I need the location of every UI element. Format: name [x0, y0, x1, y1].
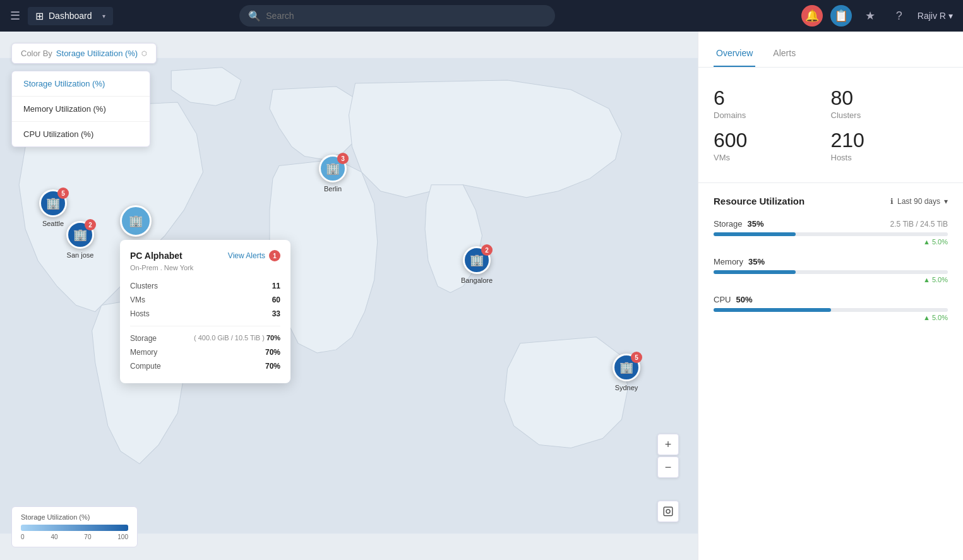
pin-sydney[interactable]: 5 🏢 Sydney [613, 354, 640, 391]
cpu-header: CPU 50% [714, 295, 948, 304]
calendar-button[interactable]: 📋 [830, 5, 852, 27]
pin-san-jose[interactable]: 2 🏢 San jose [66, 221, 94, 259]
svg-rect-1 [664, 507, 673, 516]
pin-circle-bangalore: 2 🏢 [463, 246, 491, 274]
memory-value: 70% [265, 348, 280, 357]
pin-seattle[interactable]: 5 🏢 Seattle [39, 189, 67, 227]
pin-circle-sydney: 5 🏢 [613, 354, 640, 381]
popup-header: PC Alphabet View Alerts 1 [130, 250, 280, 261]
resource-section: Resource Utilization ℹ Last 90 days ▾ St… [698, 183, 963, 345]
brand-label: Dashboard [49, 11, 92, 21]
vms-value: 600 [714, 130, 831, 150]
storage-bar [714, 232, 948, 236]
color-by-bar: Color By Storage Utilization (%) ⬡ Stora… [11, 43, 157, 64]
popup-row-hosts: Hosts 33 [130, 307, 280, 321]
help-button[interactable]: ? [888, 5, 910, 27]
memory-name: Memory [714, 257, 743, 266]
dashboard-brand[interactable]: ⊞ Dashboard ▾ [28, 7, 113, 25]
cpu-delta: ▲ 5.0% [923, 314, 948, 321]
map-area: Color By Storage Utilization (%) ⬡ Stora… [0, 32, 698, 560]
compute-label: Compute [130, 362, 161, 371]
favorites-button[interactable]: ★ [859, 5, 881, 27]
popup-row-compute: Compute 70% [130, 359, 280, 373]
storage-name: Storage [714, 219, 743, 229]
menu-icon[interactable]: ☰ [10, 9, 20, 23]
info-icon: ℹ [890, 197, 894, 206]
clusters-value: 11 [272, 282, 280, 290]
legend: Storage Utilization (%) 0 40 70 100 [11, 506, 138, 547]
legend-bar [21, 525, 128, 531]
popup-divider [130, 326, 280, 326]
domains-value: 6 [714, 88, 831, 108]
clusters-label: Clusters [831, 110, 948, 120]
storage-delta: ▲ 5.0% [923, 238, 948, 246]
popup-subtitle: On-Prem . New York [130, 264, 280, 271]
pin-bangalore[interactable]: 2 🏢 Bangalore [461, 246, 493, 284]
dashboard-icon: ⊞ [35, 10, 44, 22]
user-label: Rajiv R [918, 11, 946, 21]
resource-item-storage: Storage 35% 2.5 TiB / 24.5 TiB ▲ 5.0% [714, 219, 948, 246]
storage-detail-inline: ( 400.0 GiB / 10.5 TiB ) 70% [194, 334, 280, 343]
user-menu[interactable]: Rajiv R ▾ [918, 11, 953, 21]
screenshot-button[interactable] [657, 501, 679, 522]
stat-vms: 600 VMs [714, 125, 831, 167]
cpu-bar [714, 308, 948, 312]
pin-badge-sydney: 5 [631, 352, 642, 363]
search-bar[interactable]: 🔍 [239, 5, 555, 27]
hosts-value: 210 [831, 130, 948, 150]
pin-circle-newyork: 🏢 [120, 205, 152, 237]
search-input[interactable] [266, 11, 546, 21]
right-panel: Overview Alerts 6 Domains 80 Clusters 60… [698, 32, 963, 560]
dropdown-item-cpu[interactable]: CPU Utilization (%) [12, 122, 150, 146]
tab-alerts[interactable]: Alerts [770, 43, 798, 67]
storage-header: Storage 35% 2.5 TiB / 24.5 TiB [714, 219, 948, 229]
dropdown-item-memory[interactable]: Memory Utilization (%) [12, 97, 150, 122]
navbar-right: 🔔 📋 ★ ? Rajiv R ▾ [801, 5, 953, 27]
hosts-label: Hosts [831, 153, 948, 162]
storage-detail: 2.5 TiB / 24.5 TiB [890, 220, 948, 229]
user-chevron-icon: ▾ [948, 11, 953, 21]
storage-bar-fill [714, 232, 796, 236]
legend-labels: 0 40 70 100 [21, 533, 128, 540]
stat-hosts: 210 Hosts [831, 125, 948, 167]
pin-label-sanjose: San jose [67, 251, 94, 259]
notifications-button[interactable]: 🔔 [801, 5, 823, 27]
color-by-select[interactable]: Color By Storage Utilization (%) ⬡ [11, 43, 157, 64]
resource-header: Resource Utilization ℹ Last 90 days ▾ [714, 196, 948, 206]
memory-bar [714, 270, 948, 274]
view-alerts-button[interactable]: View Alerts [228, 251, 265, 260]
memory-delta: ▲ 5.0% [923, 276, 948, 283]
popup-row-clusters: Clusters 11 [130, 279, 280, 293]
zoom-out-button[interactable]: − [657, 456, 679, 478]
vms-value: 60 [272, 295, 280, 304]
color-by-label: Color By [21, 49, 52, 58]
location-popup: PC Alphabet View Alerts 1 On-Prem . New … [120, 240, 290, 383]
popup-alert-badge: 1 [269, 250, 280, 261]
brand-chevron-icon: ▾ [102, 13, 105, 20]
memory-pct: 35% [748, 257, 765, 266]
dropdown-item-storage[interactable]: Storage Utilization (%) [12, 71, 150, 97]
cpu-pct: 50% [736, 295, 752, 304]
pin-circle-sanjose: 2 🏢 [66, 221, 94, 249]
color-by-dropdown: Storage Utilization (%) Memory Utilizati… [11, 71, 150, 147]
popup-alerts-section: View Alerts 1 [228, 250, 280, 261]
popup-row-memory: Memory 70% [130, 345, 280, 359]
clusters-label: Clusters [130, 282, 158, 290]
pin-new-york[interactable]: 🏢 [120, 205, 152, 237]
resource-period[interactable]: ℹ Last 90 days ▾ [890, 197, 948, 206]
resource-item-memory: Memory 35% ▲ 5.0% [714, 257, 948, 283]
vms-label: VMs [130, 295, 145, 304]
cpu-name: CPU [714, 295, 731, 304]
pin-badge-bangalore: 2 [481, 244, 493, 256]
pin-berlin[interactable]: 3 🏢 Berlin [319, 155, 347, 193]
main-layout: Color By Storage Utilization (%) ⬡ Stora… [0, 32, 963, 560]
panel-tabs: Overview Alerts [698, 32, 963, 68]
hosts-label: Hosts [130, 309, 150, 318]
resource-title: Resource Utilization [714, 196, 804, 206]
navbar: ☰ ⊞ Dashboard ▾ 🔍 🔔 📋 ★ ? Rajiv R ▾ [0, 0, 963, 32]
hosts-value: 33 [272, 309, 280, 318]
tab-overview[interactable]: Overview [714, 43, 755, 67]
memory-header: Memory 35% [714, 257, 948, 266]
zoom-in-button[interactable]: + [657, 434, 679, 455]
cpu-bar-fill [714, 308, 831, 312]
